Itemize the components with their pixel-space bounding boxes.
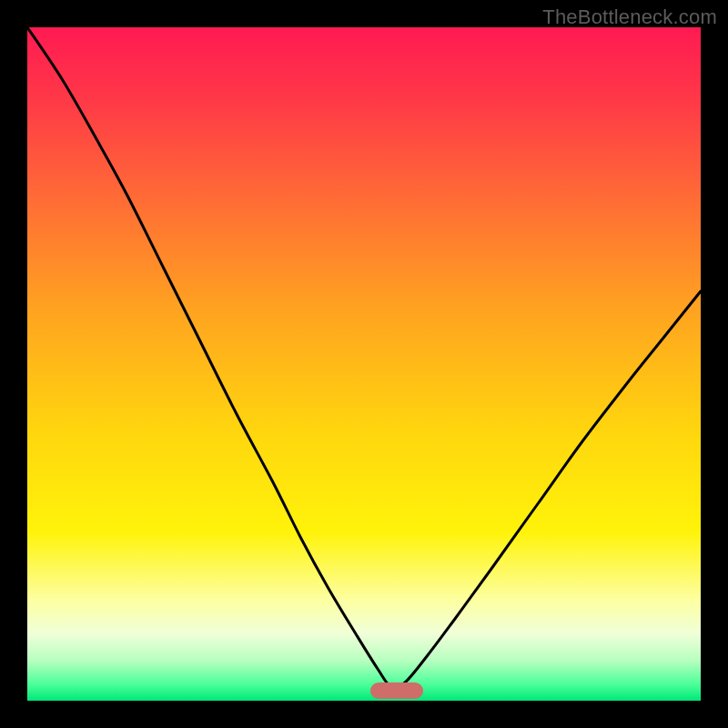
bottleneck-curve <box>27 27 701 701</box>
watermark-text: TheBottleneck.com <box>542 5 717 29</box>
optimal-marker-pill <box>370 682 423 699</box>
plot-area <box>27 27 701 701</box>
curve-path <box>27 27 701 688</box>
outer-frame: TheBottleneck.com <box>0 0 728 728</box>
